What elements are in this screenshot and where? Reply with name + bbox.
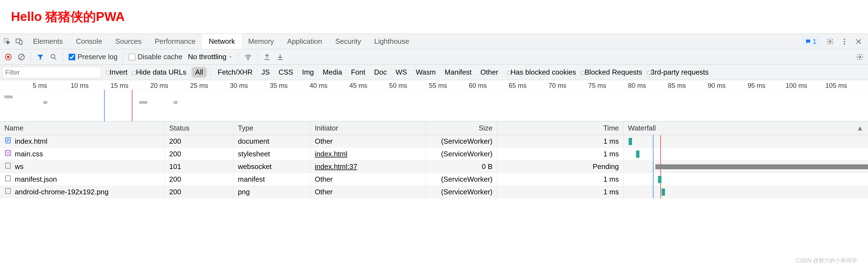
filter-icon[interactable] [36, 53, 44, 61]
issues-count: 1 [813, 38, 816, 46]
table-row[interactable]: index.html200documentOther(ServiceWorker… [0, 135, 868, 148]
request-waterfall [623, 148, 868, 160]
request-type: manifest [234, 173, 310, 186]
timeline-tick: 25 ms [190, 82, 208, 89]
filter-bar: Invert Hide data URLs AllFetch/XHRJSCSSI… [0, 65, 868, 80]
table-row[interactable]: ws101websocketindex.html:370 BPending [0, 160, 868, 173]
tab-console[interactable]: Console [69, 34, 108, 49]
filter-type-media[interactable]: Media [319, 67, 346, 78]
col-name[interactable]: Name [0, 122, 165, 135]
disable-cache-checkbox[interactable]: Disable cache [129, 53, 182, 61]
clear-icon[interactable] [18, 53, 25, 61]
request-size: 0 B [426, 160, 497, 173]
settings-icon[interactable] [826, 38, 834, 46]
tab-network[interactable]: Network [202, 34, 242, 49]
blocked-requests-checkbox[interactable]: Blocked Requests [581, 68, 642, 77]
filter-type-js[interactable]: JS [258, 67, 274, 78]
has-blocked-cookies-checkbox[interactable]: Has blocked cookies [507, 68, 576, 77]
network-settings-icon[interactable] [856, 53, 864, 61]
file-icon [4, 150, 11, 159]
svg-point-12 [859, 56, 861, 58]
table-row[interactable]: manifest.json200manifestOther(ServiceWor… [0, 173, 868, 186]
download-icon[interactable] [276, 53, 284, 61]
devtools-panel: ElementsConsoleSourcesPerformanceNetwork… [0, 33, 868, 198]
upload-icon[interactable] [263, 53, 271, 61]
request-type: websocket [234, 160, 310, 173]
col-type[interactable]: Type [234, 122, 310, 135]
filter-input[interactable] [2, 66, 101, 78]
col-time[interactable]: Time [497, 122, 623, 135]
search-icon[interactable] [50, 53, 57, 61]
timeline-tick: 40 ms [310, 82, 328, 89]
tab-elements[interactable]: Elements [26, 34, 69, 49]
page-title: Hello 猪猪侠的PWA [11, 8, 857, 25]
close-icon[interactable] [855, 38, 863, 46]
filter-type-ws[interactable]: WS [392, 67, 411, 78]
tab-sources[interactable]: Sources [109, 34, 148, 49]
sort-arrow-icon: ▲ [857, 124, 864, 132]
request-initiator: Other [310, 173, 426, 186]
more-icon[interactable] [840, 38, 848, 46]
filter-type-doc[interactable]: Doc [370, 67, 391, 78]
filter-type-manifest[interactable]: Manifest [441, 67, 475, 78]
timeline-tick: 75 ms [588, 82, 606, 89]
issues-badge[interactable]: 1 [802, 36, 820, 47]
timeline-tick: 80 ms [628, 82, 646, 89]
filter-type-wasm[interactable]: Wasm [412, 67, 440, 78]
request-name: index.html [15, 137, 48, 145]
request-time: Pending [497, 160, 623, 173]
request-time: 1 ms [497, 186, 623, 198]
table-row[interactable]: main.css200stylesheetindex.html(ServiceW… [0, 148, 868, 160]
initiator-link[interactable]: index.html [315, 150, 347, 158]
col-initiator[interactable]: Initiator [310, 122, 426, 135]
request-size: (ServiceWorker) [426, 186, 497, 198]
request-status: 101 [165, 160, 234, 173]
tab-performance[interactable]: Performance [148, 34, 202, 49]
file-icon [4, 187, 11, 196]
request-status: 200 [165, 173, 234, 186]
request-initiator: Other [310, 135, 426, 148]
timeline-tick: 30 ms [230, 82, 248, 89]
tab-application[interactable]: Application [280, 34, 329, 49]
filter-type-fetch-xhr[interactable]: Fetch/XHR [214, 67, 256, 78]
requests-table: Name Status Type Initiator Size Time Wat… [0, 122, 868, 198]
third-party-checkbox[interactable]: 3rd-party requests [647, 68, 709, 77]
file-icon [4, 137, 11, 146]
svg-rect-15 [5, 163, 10, 168]
filter-types: AllFetch/XHRJSCSSImgMediaFontDocWSWasmMa… [191, 67, 502, 78]
throttling-select[interactable]: No throttling [188, 53, 233, 61]
filter-type-css[interactable]: CSS [275, 67, 297, 78]
col-size[interactable]: Size [426, 122, 497, 135]
col-status[interactable]: Status [165, 122, 234, 135]
col-waterfall[interactable]: Waterfall ▲ [623, 122, 868, 135]
filter-type-other[interactable]: Other [476, 67, 502, 78]
filter-type-all[interactable]: All [191, 67, 207, 78]
hide-data-urls-checkbox[interactable]: Hide data URLs [132, 68, 187, 77]
table-body: index.html200documentOther(ServiceWorker… [0, 135, 868, 198]
svg-point-4 [844, 38, 845, 40]
svg-rect-16 [5, 176, 10, 181]
tabs-list: ElementsConsoleSourcesPerformanceNetwork… [26, 34, 416, 49]
filter-type-img[interactable]: Img [298, 67, 317, 78]
svg-point-5 [844, 41, 845, 42]
tab-lighthouse[interactable]: Lighthouse [368, 34, 415, 49]
device-toggle-icon[interactable] [16, 38, 23, 46]
filter-type-font[interactable]: Font [347, 67, 369, 78]
timeline-tick: 100 ms [785, 82, 807, 89]
inspect-icon[interactable] [3, 38, 11, 46]
timeline-tick: 85 ms [668, 82, 686, 89]
request-status: 200 [165, 186, 234, 198]
request-size: (ServiceWorker) [426, 148, 497, 160]
wifi-icon[interactable] [244, 53, 252, 61]
timeline-overview[interactable]: 5 ms10 ms15 ms20 ms25 ms30 ms35 ms40 ms4… [0, 80, 868, 122]
tab-memory[interactable]: Memory [242, 34, 280, 49]
invert-checkbox[interactable]: Invert [106, 68, 127, 77]
preserve-log-checkbox[interactable]: Preserve log [69, 53, 118, 61]
timeline-tick: 95 ms [747, 82, 765, 89]
table-row[interactable]: android-chrome-192x192.png200pngOther(Se… [0, 186, 868, 198]
request-initiator: index.html [310, 148, 426, 160]
record-icon[interactable] [4, 53, 12, 61]
svg-point-8 [7, 56, 9, 58]
tab-security[interactable]: Security [329, 34, 368, 49]
initiator-link[interactable]: index.html:37 [315, 162, 358, 171]
